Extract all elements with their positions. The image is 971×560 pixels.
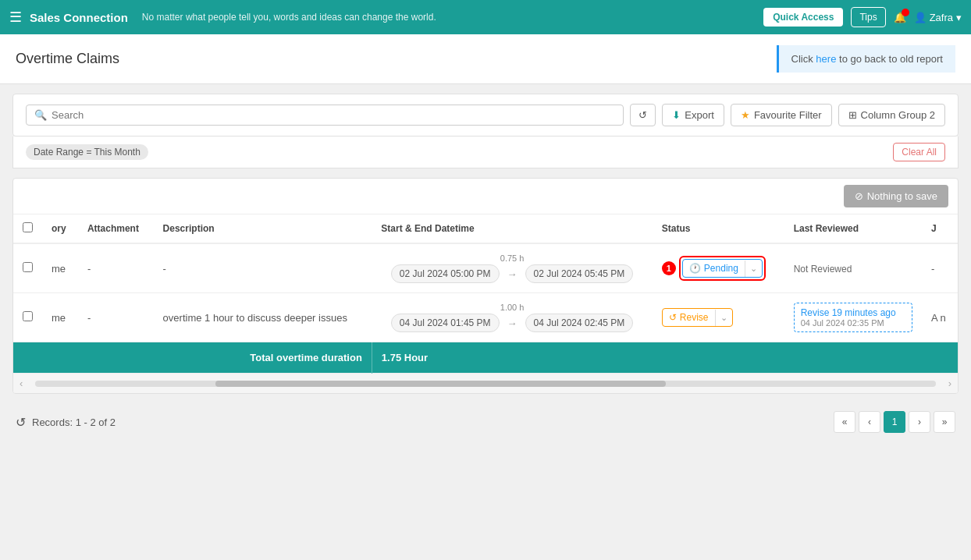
- column-group-label: Column Group 2: [861, 109, 935, 121]
- columns-icon: ⊞: [848, 109, 857, 121]
- table-header-row: ory Attachment Description Start & End D…: [13, 214, 958, 243]
- search-icon: 🔍: [34, 109, 47, 121]
- scroll-thumb: [215, 381, 666, 387]
- header-j: J: [922, 214, 958, 243]
- row1-status-cell: 1 🕐 Pending ⌄: [653, 243, 784, 293]
- table-container: ⊘ Nothing to save ory Attachment Descrip…: [12, 178, 959, 394]
- user-chevron-icon: ▾: [956, 12, 962, 23]
- refresh-button[interactable]: ↺: [630, 104, 656, 126]
- row1-datetime: 0.75 h 02 Jul 2024 05:00 PM → 02 Jul 202…: [372, 243, 653, 293]
- row1-category: me: [42, 243, 78, 293]
- row2-arrow-icon: →: [507, 317, 518, 329]
- search-box[interactable]: 🔍: [26, 105, 624, 126]
- next-page-button[interactable]: ›: [909, 411, 930, 433]
- export-icon: ⬇: [672, 109, 681, 121]
- export-button[interactable]: ⬇ Export: [662, 104, 724, 126]
- header-description: Description: [154, 214, 372, 243]
- user-avatar-icon: 👤: [914, 12, 927, 23]
- header-datetime: Start & End Datetime: [372, 214, 653, 243]
- tagline: No matter what people tell you, words an…: [142, 12, 756, 23]
- scroll-right-icon[interactable]: ›: [942, 377, 958, 389]
- header-checkbox-col: [13, 214, 42, 243]
- row1-status-label: Pending: [704, 263, 738, 274]
- row1-checkbox-cell: [13, 243, 42, 293]
- tips-button[interactable]: Tips: [851, 7, 885, 27]
- data-table: ory Attachment Description Start & End D…: [13, 214, 958, 374]
- old-report-link[interactable]: here: [816, 53, 836, 65]
- scroll-left-icon[interactable]: ‹: [13, 377, 29, 389]
- user-name: Zafra: [930, 12, 953, 23]
- row2-last-reviewed: Revise 19 minutes ago 04 Jul 2024 02:35 …: [784, 293, 922, 342]
- save-bar: ⊘ Nothing to save: [13, 179, 958, 214]
- nothing-save-label: Nothing to save: [867, 190, 937, 202]
- refresh-records-button[interactable]: ↺: [16, 415, 26, 430]
- menu-icon[interactable]: ☰: [9, 9, 22, 26]
- column-group-button[interactable]: ⊞ Column Group 2: [838, 104, 945, 126]
- horizontal-scrollbar[interactable]: ‹ ›: [13, 374, 958, 393]
- row2-end-date: 04 Jul 2024 02:45 PM: [525, 314, 634, 332]
- export-label: Export: [685, 109, 714, 121]
- row1-attachment: -: [78, 243, 154, 293]
- toolbar: 🔍 ↺ ⬇ Export ★ Favourite Filter ⊞ Column…: [12, 94, 959, 136]
- row1-status-wrapper[interactable]: 🕐 Pending ⌄: [682, 259, 763, 278]
- search-input[interactable]: [52, 109, 615, 121]
- last-page-button[interactable]: »: [934, 411, 955, 433]
- row1-status-pending: 🕐 Pending: [683, 260, 745, 277]
- row2-checkbox-cell: [13, 293, 42, 342]
- row2-revise-date: 04 Jul 2024 02:35 PM: [801, 318, 905, 328]
- scroll-track[interactable]: [35, 381, 935, 387]
- row1-checkbox[interactable]: [23, 262, 33, 272]
- top-navigation: ☰ Sales Connection No matter what people…: [0, 0, 971, 34]
- row2-status-dropdown[interactable]: ⌄: [715, 310, 732, 326]
- row1-start-date: 02 Jul 2024 05:00 PM: [391, 264, 500, 283]
- row1-status-badge-number: 1: [662, 261, 676, 275]
- header-last-reviewed: Last Reviewed: [784, 214, 922, 243]
- header-status: Status: [653, 214, 784, 243]
- row2-duration: 1.00 h: [500, 303, 525, 312]
- old-report-suffix: to go back to old report: [839, 53, 943, 65]
- row2-checkbox[interactable]: [23, 311, 33, 321]
- pagination-bar: ↺ Records: 1 - 2 of 2 « ‹ 1 › »: [0, 403, 971, 441]
- row2-revise-box: Revise 19 minutes ago 04 Jul 2024 02:35 …: [794, 303, 912, 332]
- clear-all-button[interactable]: Clear All: [893, 143, 945, 161]
- pagination-controls: « ‹ 1 › »: [834, 411, 955, 433]
- header-category: ory: [42, 214, 78, 243]
- page-header: Overtime Claims Click here to go back to…: [0, 34, 971, 84]
- total-value: 1.75 Hour: [372, 342, 653, 374]
- user-menu[interactable]: 👤 Zafra ▾: [914, 12, 962, 23]
- row1-not-reviewed-label: Not Reviewed: [794, 264, 852, 275]
- row1-arrow-icon: →: [507, 268, 518, 280]
- row2-datetime: 1.00 h 04 Jul 2024 01:45 PM → 04 Jul 202…: [372, 293, 653, 342]
- row1-last-reviewed: Not Reviewed: [784, 243, 922, 293]
- old-report-banner: Click here to go back to old report: [777, 45, 955, 73]
- prev-page-button[interactable]: ‹: [859, 411, 880, 433]
- row2-description: overtime 1 hour to discuss deeper issues: [154, 293, 372, 342]
- first-page-button[interactable]: «: [834, 411, 855, 433]
- date-range-filter-tag[interactable]: Date Range = This Month: [26, 144, 148, 160]
- notification-bell[interactable]: 🔔: [894, 12, 906, 23]
- total-empty: [653, 342, 958, 374]
- row2-j: A n: [922, 293, 958, 342]
- row1-end-date: 02 Jul 2024 05:45 PM: [525, 264, 634, 283]
- row1-status-dropdown[interactable]: ⌄: [745, 261, 762, 277]
- favourite-filter-button[interactable]: ★ Favourite Filter: [731, 104, 832, 126]
- star-icon: ★: [741, 109, 750, 121]
- row2-status-wrapper[interactable]: ↺ Revise ⌄: [662, 308, 733, 327]
- records-count: Records: 1 - 2 of 2: [32, 416, 116, 428]
- row1-j: -: [922, 243, 958, 293]
- total-label: Total overtime duration: [13, 342, 372, 374]
- row2-revise-icon: ↺: [669, 312, 677, 323]
- header-attachment: Attachment: [78, 214, 154, 243]
- nothing-to-save-button[interactable]: ⊘ Nothing to save: [844, 185, 948, 207]
- quick-access-button[interactable]: Quick Access: [763, 8, 843, 27]
- filter-bar: Date Range = This Month Clear All: [12, 136, 959, 168]
- table-row: me - overtime 1 hour to discuss deeper i…: [13, 293, 958, 342]
- records-info: ↺ Records: 1 - 2 of 2: [16, 415, 116, 430]
- row2-status-label: Revise: [680, 312, 709, 323]
- row1-status-highlight: 🕐 Pending ⌄: [679, 256, 766, 281]
- nothing-save-icon: ⊘: [855, 190, 863, 202]
- page-1-button[interactable]: 1: [884, 411, 905, 433]
- row2-status-cell: ↺ Revise ⌄: [653, 293, 784, 342]
- select-all-checkbox[interactable]: [23, 222, 33, 232]
- row1-description: -: [154, 243, 372, 293]
